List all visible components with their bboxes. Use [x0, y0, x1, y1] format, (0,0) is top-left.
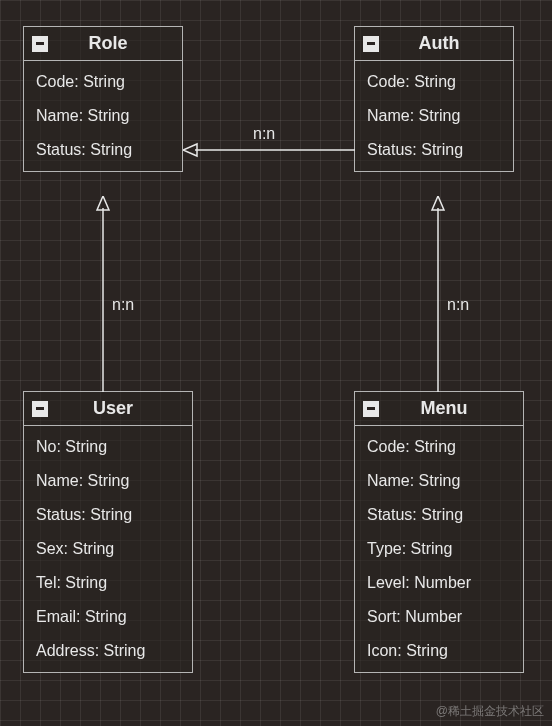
attr: Sex: String: [24, 532, 192, 566]
entity-role-body: Code: String Name: String Status: String: [24, 61, 182, 171]
watermark: @稀土掘金技术社区: [436, 703, 544, 720]
entity-role-title: Role: [58, 33, 174, 54]
attr: Code: String: [355, 430, 523, 464]
entity-auth-header[interactable]: Auth: [355, 27, 513, 61]
svg-marker-1: [183, 144, 197, 156]
collapse-icon[interactable]: [32, 401, 48, 417]
entity-menu-header[interactable]: Menu: [355, 392, 523, 426]
attr: No: String: [24, 430, 192, 464]
attr: Tel: String: [24, 566, 192, 600]
attr: Type: String: [355, 532, 523, 566]
relation-user-role-label: n:n: [112, 296, 134, 314]
connector-menu-auth: [428, 196, 448, 392]
entity-user[interactable]: User No: String Name: String Status: Str…: [23, 391, 193, 673]
entity-auth-body: Code: String Name: String Status: String: [355, 61, 513, 171]
collapse-icon[interactable]: [32, 36, 48, 52]
entity-auth[interactable]: Auth Code: String Name: String Status: S…: [354, 26, 514, 172]
entity-menu[interactable]: Menu Code: String Name: String Status: S…: [354, 391, 524, 673]
attr: Address: String: [24, 634, 192, 668]
attr: Name: String: [355, 99, 513, 133]
attr: Status: String: [355, 498, 523, 532]
attr: Level: Number: [355, 566, 523, 600]
attr: Name: String: [24, 99, 182, 133]
attr: Status: String: [24, 498, 192, 532]
connector-user-role: [93, 196, 113, 392]
attr: Email: String: [24, 600, 192, 634]
attr: Sort: Number: [355, 600, 523, 634]
connector-auth-role: [183, 140, 355, 160]
svg-marker-5: [432, 196, 444, 210]
attr: Status: String: [24, 133, 182, 167]
entity-user-body: No: String Name: String Status: String S…: [24, 426, 192, 672]
attr: Name: String: [355, 464, 523, 498]
entity-role-header[interactable]: Role: [24, 27, 182, 61]
attr: Name: String: [24, 464, 192, 498]
entity-menu-title: Menu: [389, 398, 515, 419]
collapse-icon[interactable]: [363, 36, 379, 52]
entity-menu-body: Code: String Name: String Status: String…: [355, 426, 523, 672]
attr: Status: String: [355, 133, 513, 167]
attr: Code: String: [24, 65, 182, 99]
attr: Code: String: [355, 65, 513, 99]
svg-marker-3: [97, 196, 109, 210]
relation-auth-role-label: n:n: [253, 125, 275, 143]
attr: Icon: String: [355, 634, 523, 668]
entity-user-header[interactable]: User: [24, 392, 192, 426]
collapse-icon[interactable]: [363, 401, 379, 417]
entity-user-title: User: [58, 398, 184, 419]
entity-auth-title: Auth: [389, 33, 505, 54]
entity-role[interactable]: Role Code: String Name: String Status: S…: [23, 26, 183, 172]
relation-menu-auth-label: n:n: [447, 296, 469, 314]
